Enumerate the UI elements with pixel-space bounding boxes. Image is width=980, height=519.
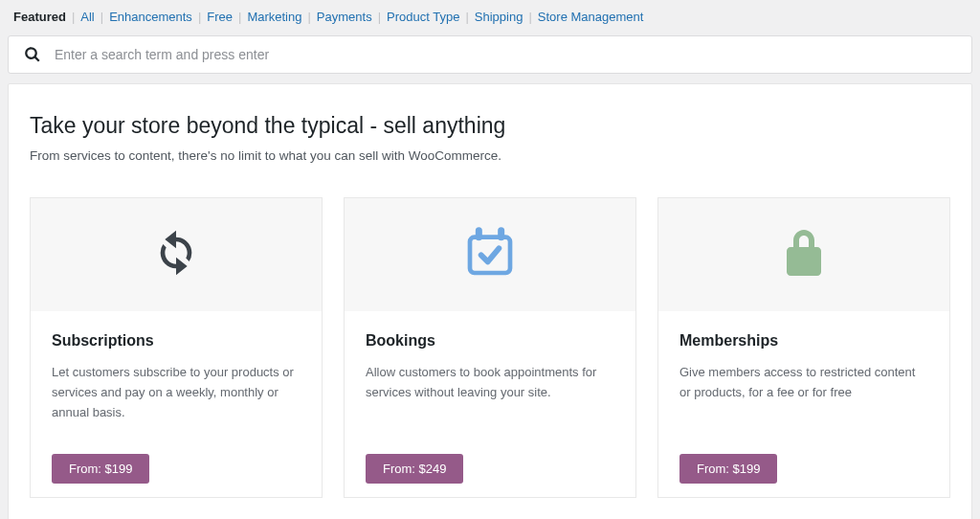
card-subscriptions[interactable]: Subscriptions Let customers subscribe to… (30, 197, 323, 498)
hero-subtitle: From services to content, there's no lim… (30, 148, 950, 163)
card-description: Let customers subscribe to your products… (52, 363, 301, 437)
card-title: Bookings (366, 332, 614, 350)
category-tabs: Featured | All | Enhancements | Free | M… (0, 0, 980, 35)
tab-all[interactable]: All (75, 10, 100, 24)
card-body: Bookings Allow customers to book appoint… (345, 311, 635, 497)
refresh-icon (149, 226, 203, 283)
card-icon-area (31, 198, 322, 311)
tab-marketing[interactable]: Marketing (241, 10, 307, 24)
product-cards: Subscriptions Let customers subscribe to… (30, 197, 950, 498)
buy-button-memberships[interactable]: From: $199 (679, 454, 777, 484)
tab-featured[interactable]: Featured (8, 10, 72, 24)
tab-payments[interactable]: Payments (311, 10, 378, 24)
hero-title: Take your store beyond the typical - sel… (30, 113, 950, 139)
main-panel: Take your store beyond the typical - sel… (8, 83, 972, 519)
search-icon (24, 46, 41, 63)
card-body: Memberships Give members access to restr… (658, 311, 949, 497)
tab-product-type[interactable]: Product Type (381, 10, 465, 24)
buy-button-bookings[interactable]: From: $249 (366, 454, 463, 484)
tab-free[interactable]: Free (201, 10, 238, 24)
card-bookings[interactable]: Bookings Allow customers to book appoint… (344, 197, 636, 498)
card-memberships[interactable]: Memberships Give members access to restr… (657, 197, 950, 498)
svg-line-1 (35, 57, 39, 61)
card-icon-area (345, 198, 635, 311)
search-input[interactable] (55, 47, 956, 62)
card-icon-area (658, 198, 949, 311)
lock-icon (781, 226, 827, 283)
tab-shipping[interactable]: Shipping (469, 10, 529, 24)
search-box (8, 35, 972, 74)
card-title: Subscriptions (52, 332, 301, 350)
card-description: Give members access to restricted conten… (679, 363, 928, 437)
buy-button-subscriptions[interactable]: From: $199 (52, 454, 149, 484)
svg-point-0 (26, 48, 36, 58)
calendar-check-icon (463, 226, 517, 283)
tab-store-management[interactable]: Store Management (532, 10, 650, 24)
card-title: Memberships (679, 332, 928, 350)
card-body: Subscriptions Let customers subscribe to… (31, 311, 322, 497)
card-description: Allow customers to book appointments for… (366, 363, 614, 437)
tab-enhancements[interactable]: Enhancements (103, 10, 198, 24)
